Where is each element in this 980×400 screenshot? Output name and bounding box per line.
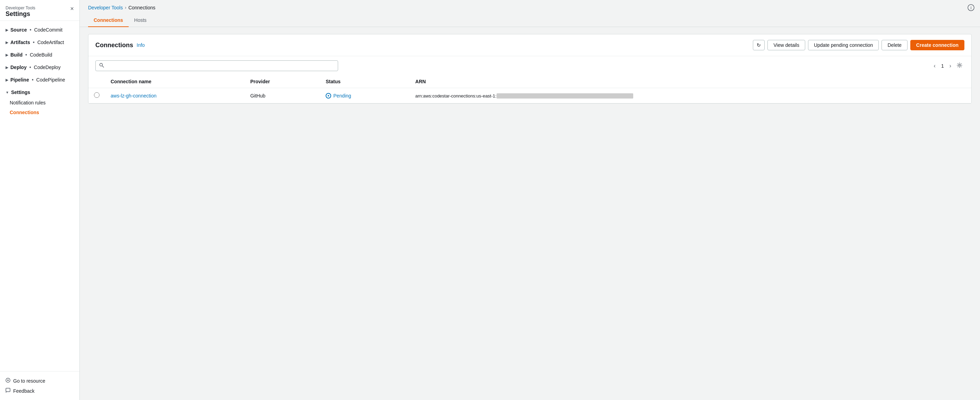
- nav-bullet-deploy: •: [29, 65, 31, 70]
- sidebar-nav: ▶ Source • CodeCommit ▶ Artifacts • Code…: [0, 21, 80, 371]
- create-connection-button[interactable]: Create connection: [910, 40, 964, 50]
- status-dot-icon: [326, 93, 331, 99]
- nav-bullet-build: •: [25, 52, 27, 57]
- sidebar-header: Developer Tools Settings ×: [0, 0, 80, 21]
- update-pending-connection-button[interactable]: Update pending connection: [808, 40, 879, 50]
- panel-header: Connections Info ↻ View details Update p…: [88, 34, 971, 56]
- table-container: Connection name Provider Status ARN aws-…: [88, 75, 971, 104]
- chevron-right-icon: ▶: [6, 41, 8, 45]
- sidebar-close-button[interactable]: ×: [70, 6, 74, 12]
- panel-info-link[interactable]: Info: [137, 42, 145, 48]
- sidebar-app-name: Developer Tools: [6, 6, 35, 10]
- connections-panel: Connections Info ↻ View details Update p…: [88, 34, 972, 104]
- svg-rect-2: [6, 388, 10, 392]
- nav-sub-deploy: CodeDeploy: [34, 65, 61, 70]
- row-select-cell: [88, 88, 105, 104]
- chevron-right-icon: ▶: [6, 65, 8, 69]
- table-col-arn: ARN: [410, 75, 971, 88]
- svg-line-4: [102, 66, 104, 67]
- sidebar: Developer Tools Settings × ▶ Source • Co…: [0, 0, 80, 400]
- refresh-icon: ↻: [757, 42, 761, 48]
- nav-bullet-pipeline: •: [32, 77, 33, 83]
- nav-children-settings: Notification rules Connections: [0, 98, 80, 117]
- status-dot-inner: [328, 95, 329, 96]
- breadcrumb-current: Connections: [128, 5, 155, 10]
- sidebar-item-build[interactable]: ▶ Build • CodeBuild: [0, 49, 80, 61]
- tab-connections[interactable]: Connections: [88, 14, 129, 27]
- nav-group-deploy: ▶ Deploy • CodeDeploy: [0, 61, 80, 73]
- go-to-resource-label: Go to resource: [13, 378, 45, 384]
- arn-blurred: 196303163361:connection/74158781-f80d-40…: [496, 93, 633, 99]
- nav-label-build: Build: [10, 52, 22, 57]
- sidebar-header-text: Developer Tools Settings: [6, 6, 35, 18]
- row-radio-input[interactable]: [94, 92, 100, 98]
- row-arn-cell: arn:aws:codestar-connections:us-east-1:1…: [410, 88, 971, 104]
- panel-actions: ↻ View details Update pending connection…: [753, 40, 964, 50]
- go-to-resource-icon: [6, 378, 10, 384]
- nav-label-artifacts: Artifacts: [10, 40, 30, 45]
- pagination-prev-button[interactable]: ‹: [932, 61, 938, 70]
- chevron-right-icon: ▶: [6, 78, 8, 82]
- row-connection-name-cell: aws-lz-gh-connection: [105, 88, 245, 104]
- table-row: aws-lz-gh-connection GitHub Pending: [88, 88, 971, 104]
- tab-hosts[interactable]: Hosts: [129, 14, 152, 27]
- table-col-name: Connection name: [105, 75, 245, 88]
- feedback-icon: [6, 388, 10, 394]
- tabs-bar: Connections Hosts: [80, 14, 980, 27]
- connection-name-link[interactable]: aws-lz-gh-connection: [111, 93, 156, 99]
- row-provider-cell: GitHub: [245, 88, 320, 104]
- sidebar-item-settings[interactable]: ▼ Settings: [0, 87, 80, 98]
- sidebar-item-pipeline[interactable]: ▶ Pipeline • CodePipeline: [0, 74, 80, 85]
- search-input[interactable]: [107, 63, 334, 69]
- nav-group-build: ▶ Build • CodeBuild: [0, 49, 80, 61]
- nav-sub-build: CodeBuild: [30, 52, 52, 57]
- pagination-current-page: 1: [939, 63, 946, 69]
- go-to-resource-link[interactable]: Go to resource: [6, 376, 74, 386]
- chevron-right-icon: ▶: [6, 53, 8, 57]
- delete-button[interactable]: Delete: [881, 40, 907, 50]
- sidebar-item-connections[interactable]: Connections: [10, 108, 80, 117]
- pagination-area: ‹ 1 ›: [932, 61, 964, 71]
- pagination-next-button[interactable]: ›: [947, 61, 953, 70]
- chevron-right-icon: ▶: [6, 28, 8, 32]
- svg-point-1: [7, 379, 9, 381]
- view-details-button[interactable]: View details: [767, 40, 805, 50]
- nav-label-deploy: Deploy: [10, 65, 27, 70]
- nav-group-source: ▶ Source • CodeCommit: [0, 24, 80, 36]
- nav-group-settings: ▼ Settings Notification rules Connection…: [0, 86, 80, 118]
- info-icon[interactable]: i: [967, 4, 974, 13]
- refresh-button[interactable]: ↻: [753, 40, 765, 50]
- row-status-cell: Pending: [320, 88, 410, 104]
- nav-sub-source: CodeCommit: [34, 27, 62, 33]
- svg-point-5: [959, 64, 961, 66]
- status-pending-indicator: Pending: [326, 93, 404, 99]
- nav-bullet-artifacts: •: [33, 40, 35, 45]
- nav-label-settings: Settings: [11, 89, 30, 95]
- panel-title: Connections: [95, 41, 133, 49]
- sidebar-item-source[interactable]: ▶ Source • CodeCommit: [0, 24, 80, 35]
- nav-bullet-source: •: [29, 27, 31, 33]
- table-col-status: Status: [320, 75, 410, 88]
- nav-group-pipeline: ▶ Pipeline • CodePipeline: [0, 73, 80, 86]
- sidebar-item-deploy[interactable]: ▶ Deploy • CodeDeploy: [0, 62, 80, 73]
- feedback-link[interactable]: Feedback: [6, 386, 74, 396]
- search-icon: [99, 63, 104, 69]
- breadcrumb-developer-tools-link[interactable]: Developer Tools: [88, 5, 123, 10]
- search-bar: ‹ 1 ›: [88, 56, 971, 75]
- breadcrumb: Developer Tools › Connections: [80, 0, 980, 14]
- breadcrumb-separator: ›: [125, 5, 126, 10]
- nav-label-pipeline: Pipeline: [10, 77, 29, 83]
- table-col-select: [88, 75, 105, 88]
- main-content: Developer Tools › Connections Connection…: [80, 0, 980, 400]
- sidebar-item-artifacts[interactable]: ▶ Artifacts • CodeArtifact: [0, 37, 80, 48]
- nav-group-artifacts: ▶ Artifacts • CodeArtifact: [0, 36, 80, 49]
- search-wrapper: [95, 61, 338, 71]
- connections-table: Connection name Provider Status ARN aws-…: [88, 75, 971, 104]
- sidebar-item-notification-rules[interactable]: Notification rules: [10, 98, 80, 108]
- chevron-down-icon: ▼: [6, 91, 9, 94]
- nav-sub-pipeline: CodePipeline: [37, 77, 65, 83]
- feedback-label: Feedback: [13, 388, 34, 394]
- nav-sub-artifacts: CodeArtifact: [37, 40, 64, 45]
- table-settings-button[interactable]: [955, 61, 964, 71]
- svg-text:i: i: [970, 6, 972, 10]
